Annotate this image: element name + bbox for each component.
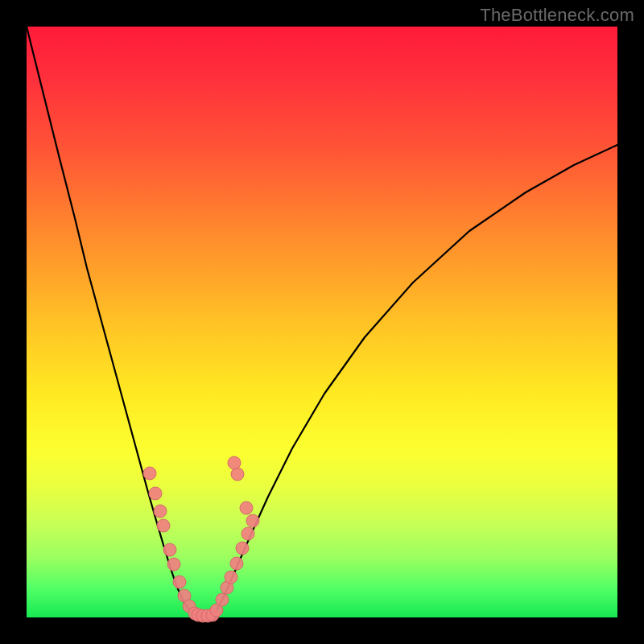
data-dot [231, 468, 244, 481]
data-dot [236, 542, 249, 555]
watermark-text: TheBottleneck.com [480, 5, 634, 26]
data-dot [143, 467, 156, 480]
data-dot [242, 527, 254, 540]
data-dot [228, 456, 241, 469]
data-dot [163, 543, 176, 556]
data-dot [240, 502, 253, 514]
right-curve [212, 145, 617, 617]
data-dot [173, 576, 186, 588]
data-dot [230, 557, 243, 570]
curve-layer [27, 27, 617, 617]
data-dot [149, 487, 162, 500]
chart-frame: TheBottleneck.com [0, 0, 644, 644]
data-dot [167, 558, 180, 571]
data-dot [246, 514, 259, 527]
data-dot [157, 519, 170, 532]
gradient-plot-area [27, 27, 617, 617]
data-dot [225, 571, 237, 584]
dots-group [143, 456, 259, 622]
data-dot [154, 505, 167, 518]
curve-group [27, 27, 617, 617]
left-curve [27, 27, 198, 617]
data-dot [216, 593, 229, 606]
